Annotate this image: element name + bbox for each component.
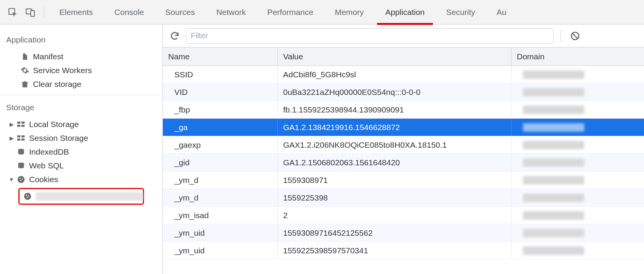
filter-input[interactable] (186, 28, 554, 44)
svg-rect-10 (21, 139, 25, 141)
cell-value: 0uBa3221aZHq00000E0S54nq:::0-0-0 (278, 83, 511, 101)
sidebar-item-session-storage[interactable]: ▶Session Storage (0, 131, 162, 145)
cell-value: AdCbi8f6_5G8Hc9sl (278, 66, 511, 83)
column-header-name[interactable]: Name (163, 47, 278, 65)
table-row[interactable]: SSIDAdCbi8f6_5G8Hc9sl (163, 66, 644, 83)
cell-value: fb.1.1559225398944.1390909091 (278, 101, 511, 118)
section-storage: Storage (0, 98, 162, 117)
cell-value: 1559225398597570341 (278, 242, 511, 259)
svg-point-20 (27, 197, 28, 198)
clear-icon[interactable] (568, 29, 582, 43)
storage-icon (15, 121, 27, 128)
table-row[interactable]: VID0uBa3221aZHq00000E0S54nq:::0-0-0 (163, 83, 644, 101)
table-row[interactable]: _gaexpGAX1.2.i206NK8OQiCE085to8H0XA.1815… (163, 136, 644, 154)
svg-point-15 (21, 179, 23, 180)
expand-chevron-icon: ▼ (8, 176, 15, 183)
toolbar-divider (560, 30, 561, 42)
tab-security[interactable]: Security (435, 0, 486, 24)
tab-sources[interactable]: Sources (155, 0, 206, 24)
expand-chevron-icon: ▶ (8, 121, 15, 127)
sidebar-item-clear-storage[interactable]: Clear storage (0, 77, 162, 91)
sidebar-divider (0, 95, 162, 95)
cell-value: GAX1.2.i206NK8OQiCE085to8H0XA.18150.1 (278, 136, 511, 153)
cell-domain (511, 189, 644, 206)
section-application: Application (0, 30, 162, 50)
cookie-domain-label-blurred (36, 192, 143, 201)
cell-domain (511, 83, 644, 101)
tab-console[interactable]: Console (104, 0, 155, 24)
table-row[interactable]: _gidGA1.2.1506802063.1561648420 (163, 154, 644, 171)
tab-network[interactable]: Network (206, 0, 257, 24)
table-row[interactable]: _gaGA1.2.1384219916.1546628872 (163, 119, 644, 136)
table-row[interactable]: _fbpfb.1.1559225398944.1390909091 (163, 101, 644, 119)
cell-domain (511, 207, 644, 224)
cell-domain (511, 224, 644, 241)
sidebar-item-label: Manifest (33, 52, 63, 61)
storage-icon (15, 135, 27, 142)
sidebar-item-service-workers[interactable]: Service Workers (0, 64, 162, 77)
svg-point-14 (20, 178, 21, 179)
svg-line-22 (572, 33, 578, 39)
cookie-icon (15, 175, 27, 184)
cell-domain (511, 242, 644, 259)
sidebar-item-manifest[interactable]: Manifest (0, 50, 162, 64)
svg-rect-2 (31, 10, 34, 16)
svg-rect-9 (17, 139, 20, 141)
sidebar-item-web-sql[interactable]: Web SQL (0, 159, 162, 173)
tabbar-divider (44, 6, 44, 18)
sidebar-item-cookies[interactable]: ▼Cookies (0, 173, 162, 186)
svg-point-17 (24, 193, 31, 200)
table-row[interactable]: _ym_d1559225398 (163, 189, 644, 207)
db-icon (15, 161, 27, 170)
inspect-icon[interactable] (4, 3, 21, 21)
cell-name: VID (163, 83, 278, 101)
cell-name: _ym_d (163, 189, 278, 206)
cell-name: _fbp (163, 101, 278, 118)
tab-performance[interactable]: Performance (257, 0, 324, 24)
sidebar-item-label: Clear storage (33, 80, 81, 89)
cell-value: 1559225398 (278, 189, 511, 206)
svg-rect-5 (17, 125, 20, 127)
cell-domain (511, 136, 644, 153)
cell-name: _gid (163, 154, 278, 171)
cell-domain (511, 101, 644, 118)
file-icon (19, 52, 31, 61)
table-row[interactable]: _ym_uid1559225398597570341 (163, 242, 644, 259)
sidebar-item-label: Web SQL (29, 161, 64, 170)
cell-domain (511, 66, 644, 83)
refresh-icon[interactable] (167, 29, 182, 43)
sidebar-item-local-storage[interactable]: ▶Local Storage (0, 117, 162, 131)
column-header-value[interactable]: Value (278, 47, 511, 65)
cell-name: _ga (163, 119, 278, 136)
cell-name: _ym_uid (163, 242, 278, 259)
cell-value: 1559308971 (278, 171, 511, 189)
tab-elements[interactable]: Elements (49, 0, 104, 24)
svg-rect-6 (21, 125, 25, 127)
svg-point-13 (18, 176, 25, 183)
tab-au[interactable]: Au (486, 0, 517, 24)
table-row[interactable]: _ym_uid15593089716452125562 (163, 224, 644, 242)
cell-domain (511, 171, 644, 189)
expand-chevron-icon: ▶ (8, 135, 15, 141)
cell-domain (511, 119, 644, 136)
column-header-domain[interactable]: Domain (511, 47, 644, 65)
sidebar-item-indexeddb[interactable]: IndexedDB (0, 145, 162, 159)
device-toggle-icon[interactable] (21, 3, 39, 21)
cookie-domain-selected[interactable] (18, 188, 144, 205)
cell-name: _ym_uid (163, 224, 278, 241)
svg-point-16 (20, 180, 21, 181)
sidebar-item-label: Local Storage (29, 120, 79, 129)
cell-value: 2 (278, 207, 511, 224)
cell-name: _ym_isad (163, 207, 278, 224)
tab-application[interactable]: Application (375, 0, 436, 24)
db-icon (15, 148, 27, 156)
cell-value: 15593089716452125562 (278, 224, 511, 241)
cell-name: _gaexp (163, 136, 278, 153)
table-row[interactable]: _ym_isad2 (163, 207, 644, 224)
table-row[interactable]: _ym_d1559308971 (163, 171, 644, 189)
svg-rect-8 (21, 135, 25, 138)
gear-icon (19, 66, 31, 75)
cell-domain (511, 154, 644, 171)
tab-memory[interactable]: Memory (324, 0, 375, 24)
trash-icon (19, 80, 31, 89)
